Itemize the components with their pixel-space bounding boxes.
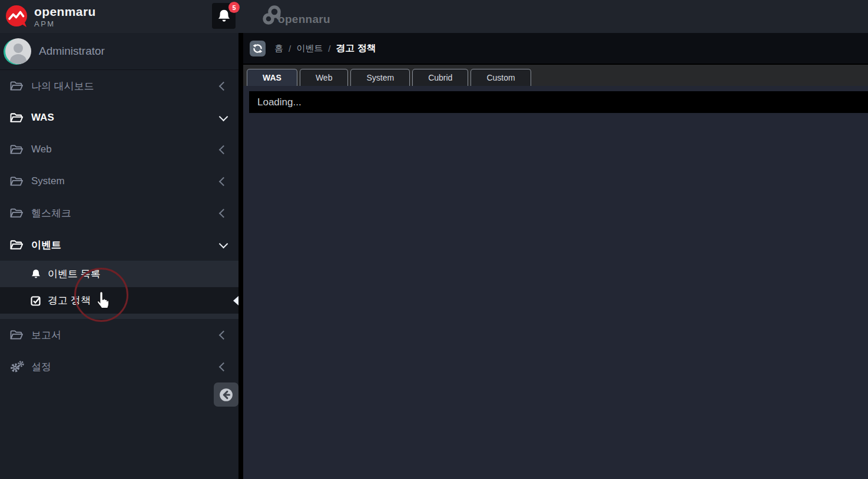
breadcrumb-separator: / — [289, 44, 291, 54]
sidebar-subitem-label: 경고 정책 — [48, 294, 91, 307]
folder-open-icon — [9, 176, 25, 187]
brand-subtitle: APM — [34, 20, 96, 28]
avatar — [5, 38, 31, 64]
arrow-circle-left-icon — [218, 387, 234, 403]
sidebar-item-label: Web — [31, 144, 52, 155]
openmaru-logo-icon — [5, 5, 28, 28]
breadcrumb-current-page: 경고 정책 — [336, 42, 376, 55]
breadcrumb-home[interactable]: 홈 — [274, 43, 283, 54]
user-profile[interactable]: Administrator — [0, 33, 238, 70]
sidebar-item-label: 헬스체크 — [31, 207, 71, 220]
sidebar-subitem-event-list[interactable]: 이벤트 목록 — [0, 261, 238, 287]
tab-panel: Loading... — [243, 86, 868, 479]
top-header: openmaru APM 5 opennaru — [0, 0, 868, 33]
user-name: Administrator — [39, 45, 105, 58]
sidebar-item-was[interactable]: WAS — [0, 102, 238, 134]
sidebar-item-settings[interactable]: 설정 — [0, 351, 238, 382]
sidebar-item-label: WAS — [31, 112, 54, 124]
sidebar-subitem-alert-policy[interactable]: 경고 정책 — [0, 287, 238, 314]
gears-icon — [9, 361, 25, 372]
breadcrumb: 홈 / 이벤트 / 경고 정책 — [274, 42, 376, 55]
folder-open-icon — [9, 330, 25, 341]
sidebar-item-label: 이벤트 — [31, 238, 61, 252]
sidebar-item-web[interactable]: Web — [0, 134, 238, 165]
sidebar-item-my-dashboard[interactable]: 나의 대시보드 — [0, 70, 238, 102]
folder-open-icon — [9, 81, 25, 92]
sidebar-item-label: 나의 대시보드 — [31, 79, 94, 93]
breadcrumb-events[interactable]: 이벤트 — [296, 43, 323, 54]
tab-bar: WAS Web System Cubrid Custom — [243, 64, 868, 86]
sidebar-item-events[interactable]: 이벤트 — [0, 229, 238, 261]
folder-open-icon — [9, 144, 25, 155]
sidebar-subitem-label: 이벤트 목록 — [48, 267, 101, 281]
chevron-left-icon — [219, 145, 228, 154]
bell-icon — [31, 269, 41, 280]
loading-indicator: Loading... — [249, 91, 868, 113]
chevron-left-icon — [219, 330, 228, 340]
check-square-icon — [31, 295, 41, 306]
sidebar-item-system[interactable]: System — [0, 165, 238, 197]
partner-brand-name: opennaru — [278, 13, 330, 26]
chevron-down-icon — [219, 239, 228, 248]
sidebar-item-label: System — [31, 175, 65, 187]
tab-system[interactable]: System — [350, 69, 410, 86]
breadcrumb-bar: 홈 / 이벤트 / 경고 정책 — [243, 33, 868, 64]
brand-name: openmaru — [34, 5, 96, 18]
sidebar-item-label: 보고서 — [31, 328, 61, 342]
main-content: 홈 / 이벤트 / 경고 정책 WAS Web System Cubrid Cu… — [243, 33, 868, 479]
refresh-icon — [253, 44, 263, 54]
folder-open-icon — [9, 112, 25, 124]
folder-open-icon — [9, 208, 25, 219]
notification-badge: 5 — [228, 2, 240, 13]
chevron-left-icon — [219, 81, 228, 91]
sidebar-collapse-button[interactable] — [214, 382, 238, 407]
opennaru-logo[interactable]: opennaru — [261, 5, 330, 27]
breadcrumb-separator: / — [328, 44, 330, 54]
sidebar-nav: 나의 대시보드 WAS Web S — [0, 70, 238, 382]
tab-custom[interactable]: Custom — [471, 69, 531, 86]
folder-open-icon — [9, 239, 25, 251]
tab-cubrid[interactable]: Cubrid — [412, 69, 468, 86]
chevron-left-icon — [219, 208, 228, 218]
notifications-button[interactable]: 5 — [212, 3, 236, 29]
sidebar-item-label: 설정 — [31, 360, 51, 374]
events-submenu: 이벤트 목록 경고 정책 — [0, 261, 238, 319]
sidebar-item-healthcheck[interactable]: 헬스체크 — [0, 197, 238, 229]
sidebar-content-divider — [238, 33, 243, 479]
app-logo[interactable]: openmaru APM — [5, 5, 96, 28]
sidebar: Administrator 나의 대시보드 WAS — [0, 33, 238, 479]
tab-web[interactable]: Web — [300, 69, 349, 86]
sidebar-item-reports[interactable]: 보고서 — [0, 319, 238, 351]
chevron-left-icon — [219, 177, 228, 186]
tab-was[interactable]: WAS — [247, 69, 297, 86]
chevron-down-icon — [219, 112, 228, 121]
refresh-button[interactable] — [250, 41, 266, 56]
active-item-arrow-icon — [233, 296, 238, 305]
chevron-left-icon — [219, 362, 228, 371]
